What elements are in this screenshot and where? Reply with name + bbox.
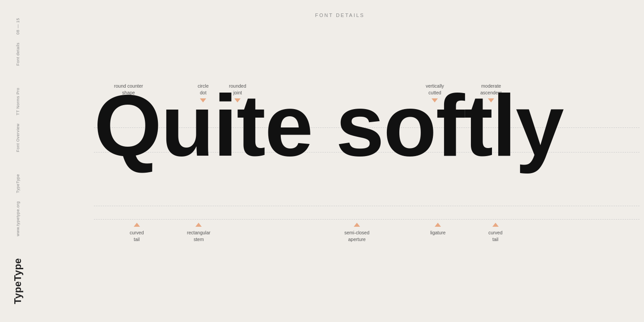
sidebar: 08 — 15 Font details TT Norms Pro Font O… [0, 0, 36, 322]
main-content: FONT DETAILS round countershape circledo… [36, 0, 644, 322]
page-title: FONT DETAILS [315, 13, 365, 18]
page-wrapper: 08 — 15 Font details TT Norms Pro Font O… [0, 0, 644, 322]
annotation-semi-closed-aperture: semi-closedaperture [344, 223, 369, 242]
brand-logo: TypeType [12, 258, 24, 304]
section-label: Font details [15, 42, 21, 66]
font-section-label: Font Overview [15, 123, 21, 152]
company-name: TypeType [15, 174, 21, 193]
dashed-line-4 [94, 219, 640, 220]
font-name-label: TT Norms Pro [15, 88, 21, 115]
arrow-up-rectangular-stem [195, 223, 202, 227]
display-text: Quite softly [94, 82, 640, 169]
annotation-rectangular-stem: rectangularstem [187, 223, 211, 242]
annotation-ligature: ligature [430, 223, 445, 236]
label-rectangular-stem: rectangularstem [187, 229, 211, 242]
page-number: 08 — 15 [15, 18, 21, 34]
arrow-up-curved-tail-right [492, 223, 499, 227]
arrow-up-semi-closed-aperture [354, 223, 360, 227]
website-label: www.typetype.org [15, 201, 21, 236]
annotation-curved-tail-left: curvedtail [130, 223, 144, 242]
label-curved-tail-right: curvedtail [488, 229, 503, 242]
arrow-up-curved-tail-left [134, 223, 140, 227]
label-ligature: ligature [430, 229, 445, 236]
annotation-curved-tail-right: curvedtail [488, 223, 503, 242]
label-curved-tail-left: curvedtail [130, 229, 144, 242]
label-semi-closed-aperture: semi-closedaperture [344, 229, 369, 242]
arrow-up-ligature [435, 223, 441, 227]
dashed-line-3 [94, 206, 640, 206]
